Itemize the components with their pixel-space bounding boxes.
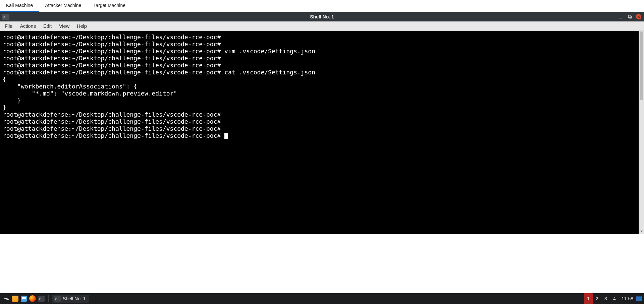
tab-label: Attacker Machine	[45, 3, 81, 8]
tab-target-machine[interactable]: Target Machine	[87, 0, 131, 12]
text-editor-icon[interactable]	[20, 295, 28, 302]
menubar: File Actions Edit View Help	[0, 21, 644, 31]
menu-help[interactable]: Help	[73, 22, 90, 30]
scroll-down-arrow-icon[interactable]	[639, 229, 644, 234]
taskbar-left: >_ >_ Shell No. 1	[0, 295, 89, 303]
scroll-thumb[interactable]	[640, 32, 643, 100]
terminal-cursor	[224, 133, 228, 139]
terminal-launcher-icon[interactable]: >_	[38, 295, 45, 302]
window-controls	[617, 13, 644, 20]
menu-file[interactable]: File	[1, 22, 16, 30]
maximize-button[interactable]	[627, 13, 633, 20]
svg-rect-2	[629, 16, 632, 18]
tab-label: Target Machine	[93, 3, 125, 8]
menu-view[interactable]: View	[56, 22, 73, 30]
titlebar[interactable]: >_ Shell No. 1	[0, 12, 644, 21]
terminal-icon: >_	[54, 296, 61, 302]
workspace-4[interactable]: 4	[610, 293, 619, 304]
clock[interactable]: 11:58	[622, 296, 633, 301]
svg-rect-1	[629, 15, 631, 18]
tab-kali-machine[interactable]: Kali Machine	[0, 0, 39, 12]
tab-label: Kali Machine	[6, 3, 33, 8]
terminal-area: root@attackdefense:~/Desktop/challenge-f…	[0, 31, 644, 234]
svg-marker-5	[640, 231, 643, 232]
file-manager-icon[interactable]	[11, 295, 19, 302]
workspace-2[interactable]: 2	[593, 293, 601, 304]
taskbar-separator	[48, 295, 49, 302]
workspace-1[interactable]: 1	[584, 293, 593, 304]
menu-edit[interactable]: Edit	[40, 22, 55, 30]
kali-menu-icon[interactable]	[3, 295, 10, 302]
machine-tabs: Kali Machine Attacker Machine Target Mac…	[0, 0, 644, 12]
tab-attacker-machine[interactable]: Attacker Machine	[39, 0, 87, 12]
show-desktop-button[interactable]	[636, 296, 642, 301]
firefox-icon[interactable]	[29, 295, 36, 302]
taskbar-right: 1 2 3 4 11:58	[584, 293, 644, 304]
vertical-scrollbar[interactable]	[639, 31, 644, 234]
terminal-icon: >_	[2, 14, 9, 20]
titlebar-left: >_	[0, 14, 9, 20]
terminal-window: >_ Shell No. 1 File Actions Edit View He…	[0, 12, 644, 234]
menu-actions[interactable]: Actions	[16, 22, 39, 30]
window-title: Shell No. 1	[310, 14, 334, 19]
minimize-button[interactable]	[617, 13, 624, 20]
taskbar-item-label: Shell No. 1	[63, 296, 86, 301]
taskbar: >_ >_ Shell No. 1 1 2 3 4 11:58	[0, 293, 644, 304]
taskbar-item-shell[interactable]: >_ Shell No. 1	[52, 295, 89, 303]
workspace-3[interactable]: 3	[601, 293, 610, 304]
close-button[interactable]	[636, 14, 641, 19]
terminal-output[interactable]: root@attackdefense:~/Desktop/challenge-f…	[0, 31, 639, 234]
